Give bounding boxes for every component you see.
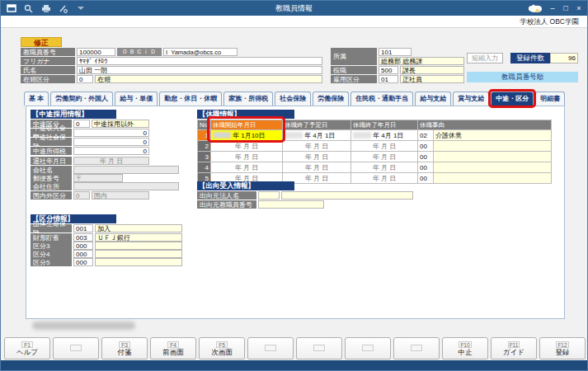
chuto-income-field[interactable]: 0 <box>73 129 149 137</box>
sort-order-bar[interactable]: 教職員番号順 <box>467 72 578 82</box>
chuto-tax-field[interactable]: 0 <box>73 147 149 155</box>
dept-label: 所属 <box>331 48 377 65</box>
close-button[interactable]: × <box>572 2 586 14</box>
post-code-field[interactable]: 500 <box>379 66 398 74</box>
leave-start-cell[interactable]: 年 月 日 <box>211 162 282 172</box>
svg-text:AI: AI <box>535 8 540 13</box>
leave-reason-code-cell[interactable]: 02 <box>418 130 433 140</box>
leave-planned-end-cell[interactable]: 年 月 日 <box>283 152 350 162</box>
maximize-button[interactable]: □ <box>559 2 572 14</box>
window-icon[interactable] <box>6 4 16 13</box>
kubun-row-code[interactable]: 000 <box>73 250 93 258</box>
chuto-shaho-field[interactable]: 0 <box>73 138 149 146</box>
leave-planned-end-cell[interactable]: 年 4月 1日 <box>283 130 350 140</box>
row-no: 4 <box>198 162 210 172</box>
kana-label: フリガナ <box>21 57 75 65</box>
leave-end-cell[interactable]: 年 4月 1日 <box>351 130 417 140</box>
col-header-leave-reason: 休職事由 <box>418 120 551 129</box>
leave-end-cell[interactable]: 年 月 日 <box>351 162 417 172</box>
shortcut-input-button[interactable]: 短縮入力 <box>467 53 503 63</box>
f4-prev-screen-button[interactable]: F4前画面 <box>150 337 196 359</box>
tab-payslip[interactable]: 明細書 <box>535 92 565 106</box>
tab-basic[interactable]: 基 本 <box>24 92 49 106</box>
leave-reason-code-cell[interactable]: 00 <box>418 173 433 183</box>
leave-reason-code-cell[interactable]: 00 <box>418 152 433 162</box>
minimize-button[interactable]: – <box>546 2 559 14</box>
chuto-section-title: 【中途採用情報】 <box>31 110 116 119</box>
record-count-value: 96 <box>550 53 578 63</box>
leave-table: No. 休職開始年月日 休職終了予定日 休職終了年月日 休職事由 1 年 1月1… <box>197 120 552 184</box>
leave-reason-cell <box>434 141 551 151</box>
leave-reason-code-cell[interactable]: 00 <box>418 162 433 172</box>
obcid-value-field[interactable]: I_Yamada@obcs.co <box>163 48 238 56</box>
kubun-row-code[interactable]: 001 <box>73 224 93 232</box>
col-header-leave-start: 休職開始年月日 <box>211 120 282 129</box>
f10-cancel-button[interactable]: F10中止 <box>442 337 488 359</box>
leave-end-cell[interactable]: 年 月 日 <box>351 173 417 183</box>
leave-start-cell[interactable]: 年 月 日 <box>211 152 282 162</box>
emp-type-label: 雇用区分 <box>331 75 377 83</box>
emp-no-field[interactable]: 100000 <box>77 48 115 56</box>
leave-planned-end-cell[interactable]: 年 月 日 <box>283 162 350 172</box>
kubun-row-desc <box>95 242 182 250</box>
tab-contract-foreigner[interactable]: 労働契約・外国人 <box>50 92 113 106</box>
post-label: 役職 <box>331 66 377 74</box>
tab-family-incometax[interactable]: 家族・所得税 <box>223 92 273 106</box>
tab-salary-payment[interactable]: 給与支給 <box>415 92 451 106</box>
f1-help-button[interactable]: F1ヘルプ <box>4 337 50 359</box>
kubun-row-code[interactable]: 003 <box>73 233 93 242</box>
row-no: 3 <box>198 152 210 162</box>
titlebar: 教職員情報 AI – □ × <box>1 1 587 16</box>
zaiseki-code-field[interactable]: 0 <box>77 75 93 83</box>
dept-code-field[interactable]: 101 <box>379 48 412 56</box>
obcid-button[interactable]: ＯＢＣｉＤ <box>117 48 162 56</box>
leave-end-cell[interactable]: 年 月 日 <box>351 152 417 162</box>
tab-labor-insurance[interactable]: 労働保険 <box>313 92 349 106</box>
kubun-row-code[interactable]: 000 <box>73 242 93 250</box>
emp-type-name-field: 正社員 <box>400 75 464 83</box>
tab-residenttax-commute[interactable]: 住民税・通勤手当 <box>350 92 413 106</box>
tab-bonus-payment[interactable]: 賞与支給 <box>453 92 489 106</box>
chevron-down-icon[interactable] <box>75 4 86 13</box>
f2-button-empty <box>53 337 99 359</box>
kana-field[interactable]: ﾔﾏﾀﾞ ｲﾁﾛｳ <box>77 57 322 65</box>
leave-start-cell-focused[interactable]: 年 1月10日 <box>211 130 282 140</box>
f5-next-screen-button[interactable]: F5次画面 <box>199 337 245 359</box>
search-icon[interactable] <box>23 4 34 13</box>
shukko-corp-label: 出向元法人名 <box>197 191 256 200</box>
redacted-year <box>213 132 231 139</box>
tab-social-insurance[interactable]: 社会保険 <box>275 92 311 106</box>
leave-reason-cell <box>434 162 551 172</box>
ai-assistant-icon[interactable]: AI <box>526 2 544 14</box>
leave-end-cell[interactable]: 年 月 日 <box>351 141 417 151</box>
kubun-row-label: 団体生命保険 <box>31 224 72 232</box>
tab-attendance-holiday[interactable]: 勤怠・休日・休暇 <box>159 92 222 106</box>
leave-reason-code-cell[interactable]: 00 <box>418 141 433 151</box>
chuto-kubun-code-field[interactable]: 0 <box>73 120 90 128</box>
taisha-company-label: 会社名 <box>31 166 72 174</box>
kubun-row-desc <box>95 250 182 258</box>
f7-button-empty <box>296 337 342 359</box>
emp-type-code-field[interactable]: 01 <box>379 75 398 83</box>
shukko-empno-label: 出向元教職員番号 <box>197 200 256 209</box>
kubun-row-code[interactable]: 000 <box>73 258 93 266</box>
leave-planned-end-cell[interactable]: 年 月 日 <box>283 141 350 151</box>
tab-salary-unit[interactable]: 給与・単価 <box>115 92 158 106</box>
leave-start-cell[interactable]: 年 月 日 <box>211 141 282 151</box>
shukko-corp-name-field[interactable] <box>281 191 413 200</box>
kubun-row-desc <box>95 258 182 266</box>
tab-chuto-kubun[interactable]: 中途・区分 <box>491 92 534 106</box>
shukko-empno-field[interactable] <box>258 200 324 209</box>
printer-icon[interactable] <box>40 4 51 13</box>
f9-button-empty <box>393 337 440 359</box>
f11-guide-button[interactable]: F11ガイド <box>491 337 537 359</box>
zaiseki-label: 在籍区分 <box>21 75 75 83</box>
f3-fusen-button[interactable]: F3付箋 <box>101 337 148 359</box>
redacted-year <box>285 132 303 139</box>
kokunai-code-field: 0 <box>73 191 90 200</box>
taisha-addr-field <box>73 182 179 190</box>
f12-register-button[interactable]: F12登録 <box>539 337 586 359</box>
pen-icon[interactable] <box>58 4 68 13</box>
name-field[interactable]: 山田 一朗 <box>77 66 322 74</box>
shukko-corp-code-field[interactable] <box>258 191 280 200</box>
